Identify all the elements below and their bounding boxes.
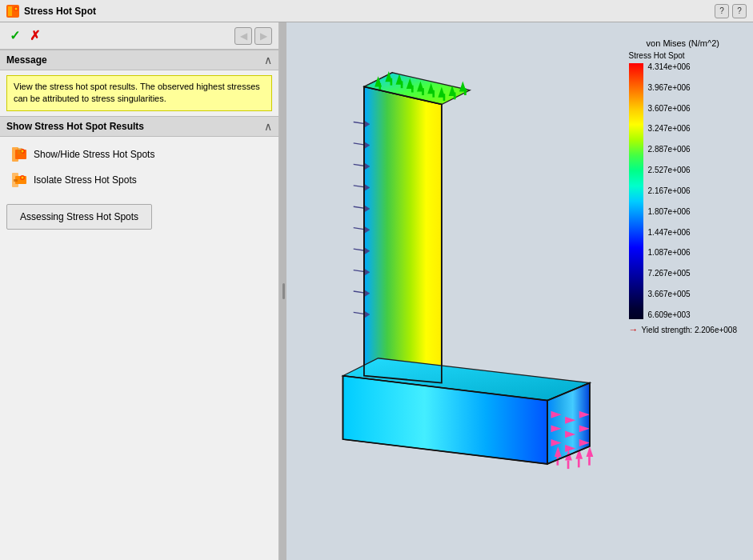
help1-button[interactable]: ? — [715, 4, 729, 18]
svg-rect-36 — [443, 94, 446, 101]
resizer-handle — [282, 283, 285, 299]
legend-val-7: 1.807e+006 — [648, 208, 691, 216]
results-items: Show/Hide Stress Hot Spots Isolate Stre — [0, 137, 278, 198]
legend-val-5: 2.527e+006 — [648, 166, 691, 174]
yield-strength: → Yield strength: 2.206e+008 — [629, 324, 737, 335]
message-section-header[interactable]: Message ∧ — [0, 50, 278, 70]
svg-rect-53 — [567, 461, 570, 470]
confirm-button[interactable]: ✓ — [6, 28, 23, 43]
left-panel: ✓ ✗ ◀ ▶ Message ∧ View the stress hot sp… — [0, 22, 280, 560]
legend-val-8: 1.447e+006 — [648, 229, 691, 237]
legend-val-2: 3.607e+006 — [648, 105, 691, 113]
svg-rect-1 — [13, 10, 18, 16]
stress-hot-spot-label: Stress Hot Spot — [629, 51, 685, 60]
message-collapse-icon: ∧ — [264, 54, 272, 66]
yield-label: Yield strength: 2.206e+008 — [642, 326, 737, 334]
results-section: Show Stress Hot Spot Results ∧ — [0, 116, 278, 560]
svg-rect-13 — [14, 179, 18, 182]
assessing-button[interactable]: Assessing Stress Hot Spots — [6, 204, 152, 230]
isolate-icon — [11, 172, 27, 188]
svg-rect-33 — [411, 86, 414, 93]
toolbar: ✓ ✗ ◀ ▶ — [0, 22, 278, 50]
svg-rect-34 — [422, 88, 424, 95]
forward-button[interactable]: ▶ — [254, 27, 272, 45]
3d-viewport[interactable]: von Mises (N/m^2) Stress Hot Spot 4.314e… — [286, 22, 753, 560]
yield-arrow-icon: → — [629, 324, 639, 335]
svg-rect-52 — [557, 457, 559, 466]
legend-val-11: 3.667e+005 — [648, 290, 691, 298]
svg-rect-37 — [454, 92, 456, 99]
legend-val-4: 2.887e+006 — [648, 146, 691, 154]
legend-val-12: 6.609e+003 — [648, 311, 691, 319]
title-bar: Stress Hot Spot ? ? — [0, 0, 753, 22]
svg-point-12 — [22, 176, 24, 178]
isolate-item[interactable]: Isolate Stress Hot Spots — [6, 169, 272, 191]
svg-rect-54 — [578, 459, 580, 468]
svg-point-3 — [15, 7, 18, 10]
message-section: Message ∧ View the stress hot spot resul… — [0, 50, 278, 116]
legend-gradient-bar — [629, 63, 643, 319]
legend-labels: 4.314e+006 3.967e+006 3.607e+006 3.247e+… — [648, 63, 691, 319]
legend-val-10: 7.267e+005 — [648, 270, 691, 278]
model-area — [286, 22, 625, 560]
svg-marker-15 — [364, 86, 442, 382]
legend-val-9: 1.087e+006 — [648, 249, 691, 257]
help2-button[interactable]: ? — [732, 4, 747, 18]
show-hide-icon — [11, 146, 27, 162]
svg-rect-55 — [588, 457, 591, 466]
title-bar-controls: ? ? — [715, 4, 747, 18]
back-button[interactable]: ◀ — [234, 27, 252, 45]
results-section-title: Show Stress Hot Spot Results — [6, 121, 144, 132]
legend-title: von Mises (N/m^2) — [629, 38, 737, 48]
show-hide-item[interactable]: Show/Hide Stress Hot Spots — [6, 143, 272, 166]
cancel-button[interactable]: ✗ — [26, 28, 43, 43]
results-section-header[interactable]: Show Stress Hot Spot Results ∧ — [0, 116, 278, 137]
panel-resizer[interactable] — [280, 22, 286, 560]
nav-controls: ◀ ▶ — [234, 27, 272, 45]
color-legend: von Mises (N/m^2) Stress Hot Spot 4.314e… — [629, 38, 737, 335]
message-section-title: Message — [6, 54, 47, 66]
svg-marker-8 — [18, 148, 22, 154]
legend-val-1: 3.967e+006 — [648, 84, 691, 92]
results-collapse-icon: ∧ — [264, 120, 272, 133]
message-content: View the stress hot spot results. The ob… — [6, 75, 272, 111]
svg-rect-35 — [432, 90, 435, 98]
show-hide-label: Show/Hide Stress Hot Spots — [34, 149, 154, 160]
svg-rect-32 — [401, 81, 403, 88]
svg-rect-0 — [8, 6, 12, 16]
svg-rect-30 — [379, 83, 381, 90]
svg-rect-31 — [391, 78, 393, 86]
legend-val-0: 4.314e+006 — [648, 63, 691, 71]
svg-rect-38 — [464, 88, 467, 95]
legend-val-3: 3.247e+006 — [648, 125, 691, 133]
app-icon — [6, 5, 19, 18]
legend-bar: 4.314e+006 3.967e+006 3.607e+006 3.247e+… — [629, 63, 691, 319]
legend-val-6: 2.167e+006 — [648, 187, 691, 195]
isolate-label: Isolate Stress Hot Spots — [34, 174, 137, 186]
window-title: Stress Hot Spot — [24, 6, 710, 17]
3d-model-svg — [286, 35, 625, 547]
